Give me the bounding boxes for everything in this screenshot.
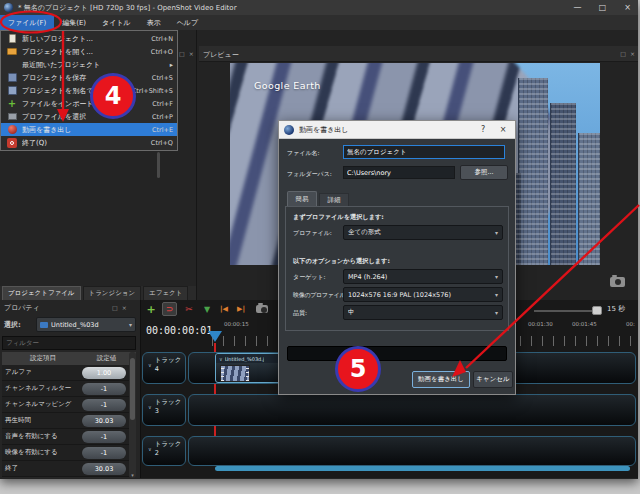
minimize-button[interactable]: — (565, 0, 590, 15)
menu-item-save-project[interactable]: プロジェクトを保存Ctrl+S (1, 71, 177, 84)
close-button[interactable]: × (615, 0, 640, 15)
openshot-app-icon (4, 3, 13, 12)
close-panel-icon[interactable]: × (630, 50, 635, 57)
timeline-horizontal-scrollbar[interactable] (215, 466, 630, 471)
title-bar: * 無名のプロジェクト [HD 720p 30 fps] - OpenShot … (0, 0, 638, 15)
track-header-3[interactable]: ∨トラック 3 (142, 394, 186, 426)
file-name-label: ファイル名: (287, 149, 320, 158)
scrollbar-thumb[interactable] (130, 358, 135, 420)
menu-item-import-files[interactable]: + ファイルをインポート...Ctrl+F (1, 97, 177, 110)
file-name-input[interactable] (343, 145, 505, 159)
property-value[interactable]: -1 (82, 447, 126, 459)
chevron-down-icon: ∨ (148, 446, 152, 452)
new-project-icon (5, 33, 19, 44)
ruler-label: 00:01:30 (528, 321, 553, 327)
menu-item-quit[interactable]: 終了(Q)Ctrl+Q (1, 136, 177, 149)
menu-item-new-project[interactable]: 新しいプロジェクト...Ctrl+N (1, 32, 177, 45)
close-panel-icon[interactable]: × (122, 304, 127, 311)
screenshot-stage: * 無名のプロジェクト [HD 720p 30 fps] - OpenShot … (0, 0, 640, 494)
caret-down-icon: ▾ (495, 273, 498, 280)
properties-scrollbar[interactable]: ▾ (129, 352, 136, 478)
project-files-scrollbar[interactable] (157, 152, 160, 178)
quit-icon (5, 137, 19, 148)
video-profile-select[interactable]: 1024x576 16:9 PAL (1024x576)▾ (343, 287, 503, 302)
playhead-handle[interactable] (208, 331, 222, 342)
property-name: アルファ (2, 368, 82, 377)
property-value[interactable]: 1.00 (82, 367, 126, 379)
target-select[interactable]: MP4 (h.264)▾ (343, 269, 503, 284)
jump-start-button[interactable]: |◀ (217, 302, 231, 316)
profile-icon (5, 111, 19, 122)
snap-magnet-button[interactable]: ⊃ (162, 302, 177, 316)
clip-filmstrip-thumbnail (220, 365, 250, 382)
selection-dropdown[interactable]: Untitled_%03d ▾ (36, 317, 136, 332)
jump-end-button[interactable]: ▶| (234, 302, 248, 316)
quality-label: 品質: (293, 309, 307, 318)
property-value[interactable]: -1 (82, 399, 126, 411)
property-row-alpha: アルファ 1.00 (2, 365, 129, 381)
menu-item-recent-projects[interactable]: 最近開いたプロジェクト▸ (1, 58, 177, 71)
tab-project-files[interactable]: プロジェクトファイル (2, 286, 81, 300)
menu-edit[interactable]: 編集(E) (54, 15, 94, 30)
menu-title[interactable]: タイトル (94, 15, 139, 30)
timecode-display: 00:00:00:01 (146, 325, 212, 336)
filter-input[interactable] (2, 336, 136, 350)
browse-button[interactable]: 参照... (460, 165, 508, 180)
dialog-close-button[interactable]: × (495, 123, 511, 136)
profile-select[interactable]: 全ての形式▾ (343, 225, 503, 240)
export-video-button[interactable]: 動画を書き出し (412, 371, 470, 388)
scroll-down-icon[interactable]: ▾ (129, 472, 136, 478)
zoom-slider-handle[interactable] (592, 306, 602, 315)
selection-label: 選択: (4, 320, 21, 330)
add-track-button[interactable]: + (145, 302, 157, 316)
menu-file[interactable]: ファイル(F) (0, 15, 54, 30)
property-row-channel-mapping: チャンネルマッピング -1 (2, 397, 129, 413)
property-value[interactable]: -1 (82, 383, 126, 395)
building (578, 133, 600, 265)
profile-label: プロファイル: (293, 229, 332, 238)
property-row-end: 終了 30.03 (2, 461, 129, 477)
maximize-button[interactable]: □ (590, 0, 615, 15)
tab-effects[interactable]: エフェクト (143, 286, 188, 300)
snapshot-camera-icon[interactable] (610, 277, 625, 287)
menu-view[interactable]: 表示 (139, 15, 169, 30)
track-lane-3[interactable] (188, 394, 636, 426)
menu-help[interactable]: ヘルプ (169, 15, 207, 30)
timeline-camera-icon[interactable] (256, 305, 268, 313)
zoom-slider[interactable] (534, 310, 594, 312)
menu-item-choose-profile[interactable]: プロファイルを選択Ctrl+P (1, 110, 177, 123)
column-setting-name: 設定項目 (2, 352, 84, 365)
caret-down-icon: ▾ (495, 229, 498, 236)
folder-path-label: フォルダーパス: (287, 170, 332, 179)
property-value[interactable]: -1 (82, 431, 126, 443)
float-panel-icon[interactable]: □ (620, 50, 626, 57)
razor-scissors-button[interactable]: ✂ (182, 302, 196, 316)
track-header-2[interactable]: ∨トラック 2 (142, 436, 186, 466)
float-panel-icon[interactable]: □ (112, 304, 118, 311)
cancel-button[interactable]: キャンセル (473, 371, 513, 388)
save-icon (5, 72, 19, 83)
menu-item-export-video[interactable]: 動画を書き出しCtrl+E (1, 123, 177, 136)
menu-item-open-project[interactable]: プロジェクトを開く...Ctrl+O (1, 45, 177, 58)
open-project-icon (5, 46, 19, 57)
building (518, 78, 548, 265)
track-lane-2[interactable] (188, 436, 636, 466)
preview-header: プレビュー □ × (199, 46, 638, 62)
step-4-badge: 4 (90, 73, 136, 119)
close-panel-icon[interactable]: × (189, 50, 194, 57)
add-marker-button[interactable]: ▼ (201, 302, 213, 316)
tab-advanced[interactable]: 詳細 (319, 193, 349, 207)
quality-select[interactable]: 中▾ (343, 305, 503, 320)
property-value[interactable]: 30.03 (82, 463, 126, 475)
menu-item-save-project-as[interactable]: プロジェクトを別名で保存...Ctrl+Shift+S (1, 84, 177, 97)
track-header-4[interactable]: ∨トラック 4 (142, 352, 186, 384)
dialog-help-button[interactable]: ? (475, 123, 491, 136)
tab-transitions[interactable]: トランジション (83, 286, 142, 300)
ruler-label: 00:00:15 (224, 321, 249, 327)
tab-simple[interactable]: 簡易 (287, 191, 317, 207)
property-value[interactable]: 30.03 (82, 415, 126, 427)
dialog-title: 動画を書き出し (299, 125, 349, 135)
folder-path-input[interactable] (343, 166, 455, 179)
property-row-duration: 再生時間 30.03 (2, 413, 129, 429)
float-panel-icon[interactable]: □ (179, 50, 185, 57)
